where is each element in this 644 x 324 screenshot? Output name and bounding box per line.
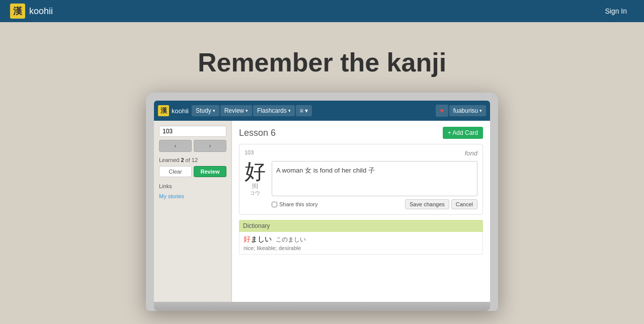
share-story-text: Share this story [279, 201, 317, 207]
story-area: A woman 女 is fond of her child 子 Share t… [272, 161, 477, 209]
card-keyword: fond [465, 149, 477, 157]
navbar-brand-name: koohii [29, 6, 53, 17]
dict-reading: このましい [276, 236, 306, 243]
card-header: 103 fond [245, 149, 477, 157]
dict-word-kana: ましい [251, 235, 272, 243]
laptop-frame: 漢 koohii Study ▾ Review ▾ Flashcards ▾ ≡ [146, 93, 498, 311]
user-nav-button[interactable]: fuaburisu ▾ [449, 105, 486, 116]
kanji-card: 103 fond 好 [6] コウ A woman 女 is fond of h… [239, 144, 483, 215]
menu-caret-icon: ▾ [305, 107, 308, 114]
review-button[interactable]: Review [194, 166, 226, 177]
study-label: Study [196, 107, 211, 114]
app-logo-icon: 漢 [158, 105, 169, 116]
dictionary-entry: 好ましい このましい nice; likeable; desirable [239, 232, 483, 255]
kanji-info-num: [6] [245, 183, 266, 189]
lesson-number-input[interactable] [159, 126, 226, 137]
laptop-screen: 漢 koohii Study ▾ Review ▾ Flashcards ▾ ≡ [154, 101, 490, 302]
app-content: ‹ › Learned 2 of 12 Clear Review Links M… [154, 121, 490, 302]
cancel-button[interactable]: Cancel [451, 199, 477, 209]
card-body: 好 [6] コウ A woman 女 is fond of her child … [245, 161, 477, 209]
next-arrow-button[interactable]: › [194, 140, 226, 152]
navbar-logo-icon: 漢 [10, 4, 25, 19]
lesson-header: Lesson 6 + Add Card [239, 127, 483, 139]
app-navbar: 漢 koohii Study ▾ Review ▾ Flashcards ▾ ≡ [154, 101, 490, 121]
save-changes-button[interactable]: Save changes [405, 199, 449, 209]
app-brand-label: koohii [172, 107, 189, 115]
review-label: Review [224, 107, 244, 114]
menu-icon: ≡ [300, 107, 303, 114]
dictionary-header: Dictionary [239, 220, 483, 232]
laptop-mockup: 漢 koohii Study ▾ Review ▾ Flashcards ▾ ≡ [0, 93, 644, 311]
sidebar: ‹ › Learned 2 of 12 Clear Review Links M… [154, 121, 232, 302]
links-section: Links [159, 183, 226, 189]
add-card-button[interactable]: + Add Card [443, 127, 483, 139]
sidebar-action-buttons: Clear Review [159, 166, 226, 177]
main-panel: Lesson 6 + Add Card 103 fond 好 [6] [232, 121, 490, 302]
dict-word-kanji: 好 [244, 235, 251, 243]
review-nav-button[interactable]: Review ▾ [220, 105, 252, 116]
share-story-checkbox[interactable] [272, 202, 277, 207]
username-label: fuaburisu [453, 107, 478, 114]
laptop-base [154, 302, 490, 311]
dict-word: 好ましい このましい [244, 235, 478, 244]
menu-nav-button[interactable]: ≡ ▾ [296, 105, 312, 116]
app-brand-group: 漢 koohii [158, 105, 189, 116]
card-number: 103 [245, 149, 254, 155]
flashcards-label: Flashcards [257, 107, 287, 114]
story-actions: Share this story Save changes Cancel [272, 199, 477, 209]
navigation-arrows: ‹ › [159, 140, 226, 152]
signin-button[interactable]: Sign In [598, 4, 634, 18]
dictionary-section: Dictionary 好ましい このましい nice; likeable; de… [239, 220, 483, 255]
clear-button[interactable]: Clear [159, 166, 192, 177]
lesson-title: Lesson 6 [239, 128, 276, 138]
study-nav-button[interactable]: Study ▾ [192, 105, 219, 116]
prev-arrow-button[interactable]: ‹ [159, 140, 192, 152]
navbar-brand-group: 漢 koohii [10, 4, 53, 19]
hero-section: Remember the kanji [0, 22, 644, 93]
main-navbar: 漢 koohii Sign In [0, 0, 644, 22]
study-caret-icon: ▾ [213, 108, 215, 113]
flashcards-caret-icon: ▾ [288, 108, 291, 113]
heart-button[interactable]: ♥ [436, 105, 448, 117]
story-buttons: Save changes Cancel [405, 199, 477, 209]
story-text[interactable]: A woman 女 is fond of her child 子 [272, 161, 477, 196]
share-story-label[interactable]: Share this story [272, 201, 317, 207]
hero-title: Remember the kanji [10, 47, 634, 77]
learned-prefix: Learned [159, 157, 181, 163]
kanji-character-area: 好 [6] コウ [245, 161, 266, 197]
my-stories-link[interactable]: My stories [159, 193, 184, 199]
learned-status: Learned 2 of 12 [159, 157, 226, 163]
flashcards-nav-button[interactable]: Flashcards ▾ [253, 105, 295, 116]
review-caret-icon: ▾ [246, 108, 248, 113]
dict-meaning: nice; likeable; desirable [244, 245, 478, 251]
learned-suffix: of 12 [184, 157, 198, 163]
user-caret-icon: ▾ [479, 108, 482, 113]
kanji-reading: コウ [245, 190, 266, 197]
kanji-character: 好 [245, 161, 266, 182]
